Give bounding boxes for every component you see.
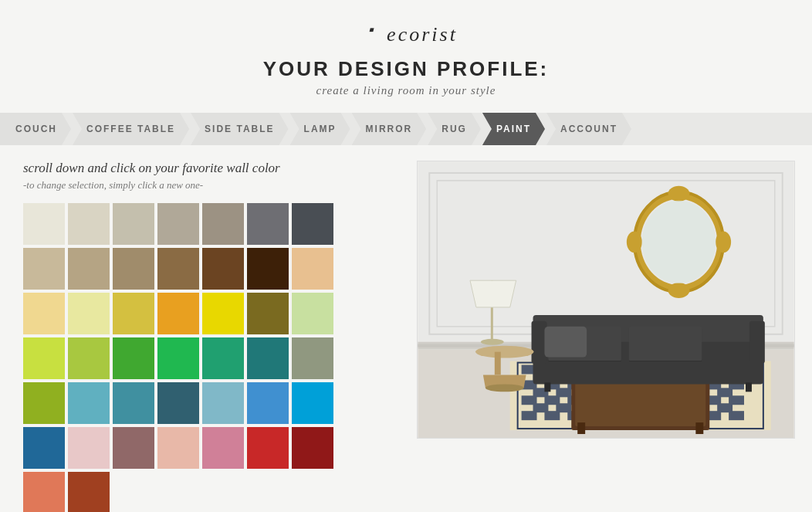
color-swatch[interactable] [68, 427, 110, 469]
nav-bar: COUCH COFFEE TABLE SIDE TABLE LAMP MIRRO… [0, 113, 812, 145]
color-swatch[interactable] [23, 427, 65, 469]
svg-rect-75 [717, 403, 732, 412]
color-swatch[interactable] [247, 337, 289, 379]
color-swatch[interactable] [23, 293, 65, 334]
color-swatch[interactable] [157, 293, 199, 334]
logo: 𝋡ecorist [0, 14, 812, 48]
logo-text: 𝋡ecorist [354, 22, 458, 46]
svg-point-102 [627, 231, 642, 253]
instruction-sub: -to change selection, simply click a new… [23, 179, 401, 192]
nav-item-rug[interactable]: RUG [428, 113, 481, 145]
color-swatch[interactable] [157, 382, 199, 424]
svg-point-101 [668, 283, 690, 298]
color-swatch[interactable] [292, 248, 333, 290]
svg-rect-59 [556, 388, 571, 397]
svg-point-92 [475, 346, 534, 358]
color-swatch[interactable] [68, 382, 110, 424]
color-swatch[interactable] [23, 382, 65, 424]
color-swatch[interactable] [157, 337, 199, 379]
color-swatch[interactable] [113, 337, 154, 379]
color-swatch[interactable] [23, 337, 65, 379]
color-swatch[interactable] [202, 337, 244, 379]
left-panel: scroll down and click on your favorite w… [23, 161, 401, 512]
color-swatch[interactable] [113, 382, 154, 424]
svg-rect-78 [577, 422, 585, 434]
svg-rect-79 [695, 422, 703, 434]
color-swatch[interactable] [23, 203, 65, 245]
svg-point-94 [486, 384, 524, 392]
color-swatch[interactable] [247, 203, 289, 245]
color-swatch[interactable] [113, 248, 154, 290]
color-swatch[interactable] [23, 248, 65, 290]
color-swatch[interactable] [292, 382, 333, 424]
color-grid [23, 203, 401, 512]
color-swatch[interactable] [68, 337, 110, 379]
svg-rect-93 [495, 352, 501, 375]
color-swatch[interactable] [68, 248, 110, 290]
color-swatch[interactable] [247, 427, 289, 469]
nav-item-paint[interactable]: PAINT [482, 113, 545, 145]
color-swatch[interactable] [247, 248, 289, 290]
nav-item-mirror[interactable]: MIRROR [352, 113, 427, 145]
color-swatch[interactable] [292, 337, 333, 379]
svg-rect-83 [749, 321, 765, 364]
color-swatch[interactable] [292, 203, 333, 245]
color-swatch[interactable] [157, 427, 199, 469]
color-swatch[interactable] [68, 203, 110, 245]
page-subtitle: create a living room in your style [0, 84, 812, 97]
color-swatch[interactable] [157, 203, 199, 245]
svg-point-100 [668, 186, 690, 202]
color-swatch[interactable] [113, 427, 154, 469]
nav-item-couch[interactable]: COUCH [0, 113, 71, 145]
svg-point-103 [716, 231, 731, 253]
color-swatch[interactable] [202, 248, 244, 290]
color-swatch[interactable] [23, 472, 65, 512]
svg-rect-66 [717, 388, 732, 397]
color-swatch[interactable] [247, 382, 289, 424]
color-swatch[interactable] [157, 248, 199, 290]
svg-rect-85 [629, 327, 702, 361]
color-swatch[interactable] [113, 293, 154, 334]
svg-rect-77 [575, 380, 705, 426]
color-swatch[interactable] [113, 203, 154, 245]
color-swatch[interactable] [292, 427, 333, 469]
main-content: scroll down and click on your favorite w… [0, 145, 812, 512]
room-preview [417, 161, 795, 439]
color-swatch[interactable] [202, 203, 244, 245]
nav-item-coffee-table[interactable]: COFFEE TABLE [73, 113, 189, 145]
header: 𝋡ecorist YOUR DESIGN PROFILE: create a l… [0, 0, 812, 105]
svg-rect-68 [556, 403, 571, 412]
color-swatch[interactable] [68, 293, 110, 334]
svg-rect-88 [544, 327, 587, 358]
svg-rect-89 [544, 382, 550, 392]
svg-point-96 [481, 339, 504, 345]
svg-point-104 [642, 201, 716, 283]
svg-rect-90 [746, 382, 752, 392]
color-swatch[interactable] [202, 293, 244, 334]
nav-item-lamp[interactable]: LAMP [290, 113, 350, 145]
room-scene-svg [418, 161, 794, 438]
color-swatch[interactable] [68, 472, 110, 512]
right-panel [417, 161, 795, 512]
color-swatch[interactable] [202, 427, 244, 469]
color-swatch[interactable] [247, 293, 289, 334]
nav-item-side-table[interactable]: SIDE TABLE [191, 113, 288, 145]
page-title: YOUR DESIGN PROFILE: [0, 57, 812, 81]
svg-rect-67 [533, 403, 549, 412]
color-swatch[interactable] [202, 382, 244, 424]
instruction-title: scroll down and click on your favorite w… [23, 161, 401, 176]
color-swatch[interactable] [292, 293, 333, 334]
nav-item-account[interactable]: ACCOUNT [546, 113, 631, 145]
